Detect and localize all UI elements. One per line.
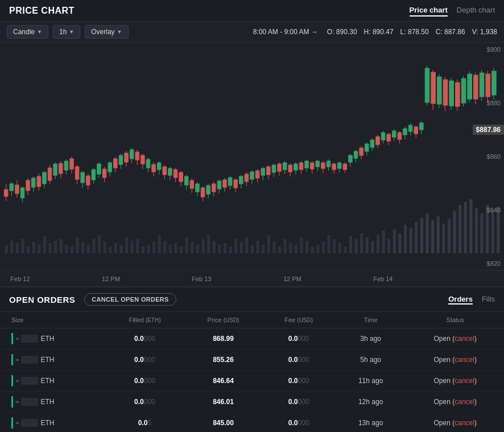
svg-rect-101 (15, 185, 19, 194)
svg-rect-239 (393, 131, 396, 137)
svg-rect-14 (54, 241, 57, 253)
svg-rect-5 (5, 245, 8, 253)
svg-rect-87 (453, 211, 456, 253)
svg-rect-85 (442, 224, 445, 253)
svg-rect-22 (98, 235, 101, 253)
svg-rect-81 (420, 218, 423, 253)
cell-fee-0: 0.0000 (262, 328, 334, 349)
svg-rect-80 (415, 222, 418, 253)
svg-rect-129 (92, 170, 95, 180)
svg-rect-211 (316, 161, 319, 167)
time-label-12pm-2: 12 PM (283, 275, 301, 282)
svg-rect-97 (4, 190, 7, 196)
svg-rect-155 (163, 167, 166, 175)
svg-rect-23 (103, 242, 106, 253)
svg-rect-199 (283, 163, 286, 170)
svg-rect-46 (229, 246, 232, 253)
svg-rect-61 (311, 246, 314, 253)
svg-rect-69 (354, 239, 357, 253)
cell-filled-4: 0.05 (105, 413, 184, 433)
cancel-open-orders-button[interactable]: CANCEL OPEN ORDERS (84, 293, 176, 306)
svg-rect-19 (81, 242, 84, 253)
table-row: ≈ ETH 0.0000 846.64 0.0000 11h ago Open … (0, 371, 504, 392)
svg-rect-117 (59, 163, 63, 174)
price-label-840: $840 (473, 207, 501, 213)
cancel-order-4[interactable]: cancel (455, 419, 474, 427)
svg-rect-40 (196, 245, 199, 253)
svg-rect-58 (295, 245, 298, 253)
cell-size-1: ≈ ETH (0, 349, 105, 371)
cell-filled-3: 0.0000 (105, 392, 184, 413)
tab-price-chart[interactable]: Price chart (410, 5, 448, 17)
ohlcv-low: L: 878.50 (400, 28, 429, 36)
cancel-order-2[interactable]: cancel (455, 377, 474, 385)
ohlcv-info: 8:00 AM - 9:00 AM → O: 890.30 H: 890.47 … (253, 28, 497, 36)
svg-rect-197 (278, 164, 281, 171)
row-indicator (11, 375, 13, 386)
svg-rect-215 (327, 161, 330, 167)
svg-rect-135 (108, 163, 111, 172)
svg-rect-255 (437, 77, 441, 104)
cancel-order-1[interactable]: cancel (455, 356, 474, 364)
cell-price-3: 846.01 (184, 392, 263, 413)
svg-rect-10 (32, 242, 35, 253)
svg-rect-225 (354, 151, 357, 158)
cell-status-4: Open (cancel) (406, 413, 504, 433)
col-time: Time (335, 312, 407, 328)
price-label-820: $820 (473, 260, 501, 267)
svg-rect-249 (420, 123, 423, 130)
cancel-order-0[interactable]: cancel (455, 335, 474, 343)
svg-rect-223 (349, 155, 352, 162)
row-indicator (11, 396, 13, 408)
svg-rect-74 (382, 231, 385, 253)
svg-rect-263 (461, 79, 465, 103)
overlay-button[interactable]: Overlay ▼ (85, 25, 128, 39)
svg-rect-44 (218, 245, 221, 253)
svg-rect-131 (97, 164, 101, 174)
svg-rect-86 (448, 219, 451, 253)
svg-rect-77 (398, 233, 401, 253)
tab-depth-chart[interactable]: Depth chart (457, 5, 495, 17)
svg-rect-119 (64, 161, 68, 170)
size-eth: ETH (40, 356, 54, 364)
svg-rect-70 (360, 233, 363, 253)
price-label-880: $880 (473, 100, 501, 106)
cell-filled-0: 0.0000 (105, 328, 184, 349)
chart-area[interactable]: .candle-up { fill: #26a96c; stroke: #26a… (0, 43, 504, 270)
svg-rect-165 (190, 180, 193, 188)
svg-rect-57 (289, 243, 292, 253)
ohlcv-volume: V: 1,938 (472, 28, 497, 36)
time-label-feb14: Feb 14 (373, 275, 393, 282)
svg-rect-72 (371, 241, 374, 253)
interval-button[interactable]: 1h ▼ (53, 25, 80, 39)
svg-rect-18 (76, 237, 79, 253)
tab-orders[interactable]: Orders (448, 295, 473, 305)
size-approx: ≈ (15, 356, 19, 363)
svg-rect-51 (256, 241, 259, 253)
svg-rect-241 (398, 133, 401, 139)
cancel-order-3[interactable]: cancel (455, 398, 474, 406)
svg-rect-245 (408, 125, 412, 131)
svg-rect-265 (468, 74, 472, 99)
cell-time-2: 11h ago (335, 371, 407, 392)
candle-type-button[interactable]: Candle ▼ (7, 25, 48, 39)
svg-rect-33 (158, 235, 161, 253)
tab-fills[interactable]: Fills (482, 295, 495, 305)
svg-rect-24 (109, 246, 111, 253)
svg-rect-55 (278, 246, 281, 253)
svg-rect-229 (365, 144, 369, 151)
table-row: ≈ ETH 0.0000 846.01 0.0000 12h ago Open … (0, 392, 504, 413)
cell-filled-2: 0.0000 (105, 371, 184, 392)
size-eth: ETH (40, 377, 54, 385)
svg-rect-99 (10, 184, 13, 191)
size-eth: ETH (40, 398, 54, 406)
svg-rect-231 (370, 140, 374, 147)
row-indicator (11, 354, 13, 365)
row-indicator (11, 333, 13, 344)
svg-rect-56 (284, 239, 287, 253)
svg-rect-115 (53, 164, 57, 175)
svg-rect-139 (119, 155, 122, 164)
orders-table: Size Filled (ETH) Price (USD) Fee (USD) … (0, 312, 504, 432)
ohlcv-range: 8:00 AM - 9:00 AM → (253, 28, 318, 36)
cell-fee-1: 0.0000 (262, 349, 334, 371)
